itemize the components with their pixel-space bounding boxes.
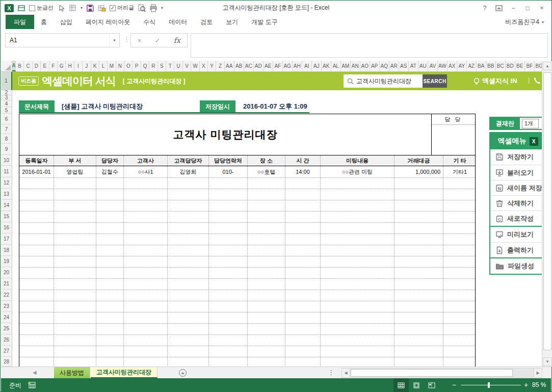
table-cell[interactable] [124,335,168,346]
column-header[interactable]: F [49,61,58,71]
table-cell[interactable] [168,234,209,245]
row-header[interactable]: 17 [1,233,12,245]
table-cell[interactable] [209,256,248,267]
table-cell[interactable] [124,200,168,211]
table-cell[interactable] [96,234,124,245]
row-header[interactable]: 8 [1,134,12,144]
table-cell[interactable] [124,301,168,312]
table-cell[interactable] [168,312,209,323]
column-header[interactable]: AO [360,61,370,71]
table-cell[interactable] [19,268,54,278]
row-header[interactable]: 21 [1,278,12,290]
table-cell[interactable] [443,346,476,357]
table-cell[interactable] [248,301,285,312]
table-cell[interactable] [19,312,54,323]
menu-item-저장하기[interactable]: 저장하기 [490,149,542,165]
table-cell[interactable] [321,290,395,301]
horizontal-scrollbar[interactable]: ◀ ▶ [341,368,542,378]
normal-view-button[interactable] [393,378,409,392]
table-cell[interactable] [248,268,285,278]
column-header[interactable]: O [124,61,133,71]
table-cell[interactable] [96,223,124,233]
table-cell[interactable] [321,189,395,200]
table-header-cell[interactable]: 고객사 [124,155,168,166]
row-header[interactable]: 20 [1,267,12,278]
table-cell[interactable] [285,290,321,301]
macro-record-icon[interactable] [28,381,36,388]
table-cell[interactable] [19,346,54,357]
row-header[interactable]: 5 [1,107,12,114]
table-cell[interactable]: ○○호텔 [248,166,285,177]
table-cell[interactable] [395,335,443,346]
print-icon[interactable] [149,4,157,12]
column-header[interactable]: M [108,61,116,71]
ribbon-tab-보기[interactable]: 보기 [219,15,245,29]
column-header[interactable]: AN [351,61,360,71]
column-header[interactable]: AC [244,61,254,71]
column-header[interactable]: AH [293,61,302,71]
table-cell[interactable] [248,335,285,346]
table-cell[interactable] [168,200,209,211]
table-cell[interactable] [285,234,321,245]
table-cell[interactable] [124,245,168,256]
table-cell[interactable] [124,234,168,245]
column-header[interactable]: S [158,61,166,71]
table-cell[interactable] [168,256,209,267]
table-cell[interactable] [395,200,443,211]
table-cell[interactable]: 김철수 [96,166,124,177]
table-cell[interactable] [168,268,209,278]
minimize-button[interactable]: − [506,3,520,14]
table-cell[interactable] [285,223,321,233]
menu-item-미리보기[interactable]: 미리보기 [490,227,542,242]
page-layout-view-button[interactable] [409,378,424,392]
table-cell[interactable] [96,212,124,222]
help-button[interactable]: ? [478,3,492,14]
table-cell[interactable] [443,178,476,189]
scroll-left-icon[interactable]: ◀ [342,369,350,377]
ribbon-tab-수식[interactable]: 수식 [137,15,162,29]
table-cell[interactable] [54,312,96,323]
table-cell[interactable] [124,256,168,267]
column-header[interactable]: BG [535,61,542,71]
column-header[interactable]: AF [273,61,283,71]
row-header[interactable]: 7 [1,124,12,134]
column-header[interactable]: C [24,61,32,71]
table-cell[interactable]: 14:00 [285,166,321,177]
row-header[interactable]: 26 [1,334,12,346]
table-cell[interactable] [124,346,168,357]
search-button[interactable]: SEARCH [423,74,447,88]
table-cell[interactable] [96,335,124,346]
table-cell[interactable] [54,212,96,222]
table-cell[interactable] [321,223,395,233]
table-cell[interactable] [54,290,96,301]
table-cell[interactable] [248,279,285,290]
table-cell[interactable] [19,178,54,189]
table-cell[interactable] [321,200,395,211]
column-header[interactable]: AE [264,61,273,71]
table-cell[interactable] [96,279,124,290]
column-header[interactable]: AZ [467,61,477,71]
column-header[interactable]: G [58,61,66,71]
table-cell[interactable] [285,178,321,189]
freeze-panes-icon[interactable] [17,4,25,12]
ribbon-tab-삽입[interactable]: 삽입 [54,15,79,29]
column-header[interactable]: I [74,61,83,71]
table-cell[interactable] [19,301,54,312]
tabs-overflow-icon[interactable]: ⋮ [328,369,334,376]
table-cell[interactable] [248,312,285,323]
table-cell[interactable] [395,279,443,290]
scroll-down-icon[interactable]: ▼ [543,357,552,366]
table-cell[interactable] [124,223,168,233]
formula-bar-drag-handle[interactable]: ⋮ [123,35,130,43]
table-cell[interactable] [285,357,321,367]
table-header-cell[interactable]: 고객담당자 [168,155,209,166]
menu-item-새이름 저장하기[interactable]: N새이름 저장하기 [490,180,542,195]
table-cell[interactable] [54,200,96,211]
column-header[interactable]: N [116,61,124,71]
table-cell[interactable] [443,335,476,346]
table-cell[interactable] [321,301,395,312]
table-cell[interactable] [285,212,321,222]
table-cell[interactable] [209,290,248,301]
table-cell[interactable] [96,268,124,278]
sheet-tab-고객사미팅관리대장[interactable]: 고객사미팅관리대장 [91,367,157,378]
